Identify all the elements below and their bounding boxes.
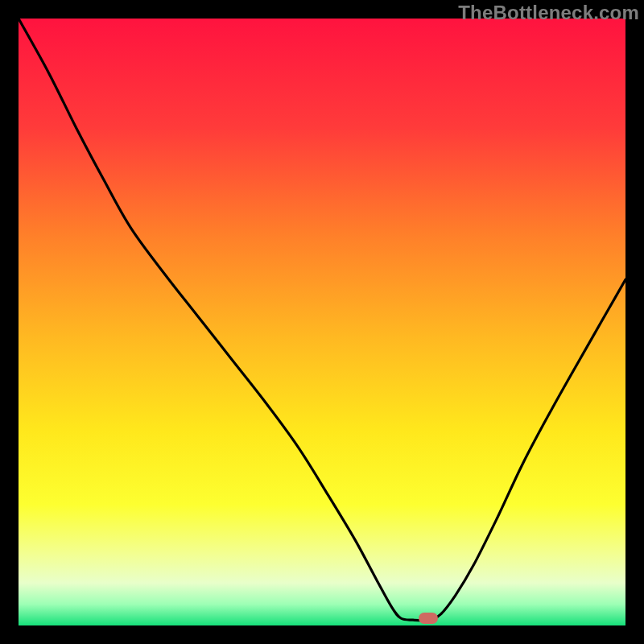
watermark-text: TheBottleneck.com bbox=[458, 2, 639, 24]
chart-frame: TheBottleneck.com bbox=[0, 0, 644, 644]
bottleneck-curve bbox=[19, 19, 625, 625]
optimal-point-marker bbox=[419, 613, 438, 624]
plot-area bbox=[19, 19, 625, 625]
